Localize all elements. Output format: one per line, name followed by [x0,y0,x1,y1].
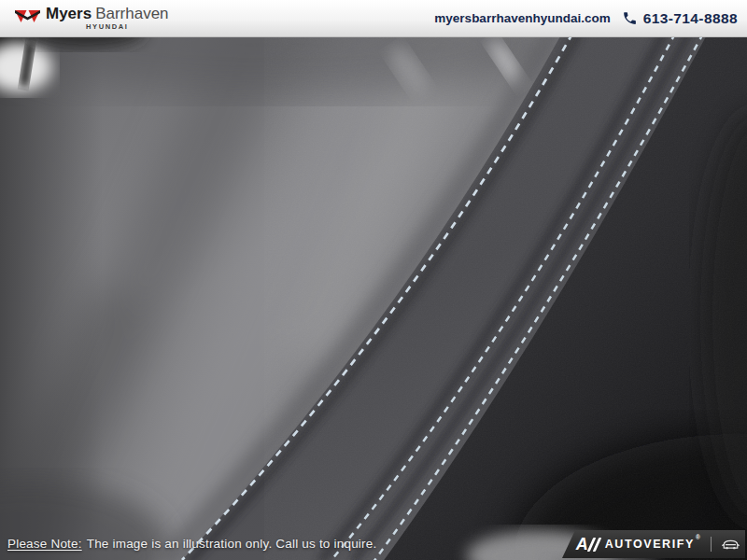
note-text: The image is an illustration only. Call … [87,537,377,551]
dealer-name: MyersBarrhaven HYUNDAI [46,6,169,31]
autoverify-badge: A AUTOVERIFY® [562,530,745,558]
car-icon [721,538,740,552]
myers-logo-icon [15,9,40,24]
dealer-name-bold: Myers [46,5,92,22]
phone-icon [622,10,638,26]
disclaimer-note: Please Note:The image is an illustration… [7,537,376,551]
registered-mark: ® [696,534,701,540]
dealer-website: myersbarrhavenhyundai.com [434,11,610,25]
dealer-name-light: Barrhaven [95,5,168,22]
dealer-logo: MyersBarrhaven HYUNDAI [15,6,169,31]
dealer-phone: 613-714-8888 [643,10,738,27]
dealer-contact: myersbarrhavenhyundai.com 613-714-8888 [434,10,738,27]
badge-divider [711,537,712,552]
dealer-vehicle-image: MyersBarrhaven HYUNDAI myersbarrhavenhyu… [0,0,747,560]
brand-name: HYUNDAI [86,23,128,31]
vehicle-photo: Please Note:The image is an illustration… [0,37,747,560]
dealer-header: MyersBarrhaven HYUNDAI myersbarrhavenhyu… [0,0,747,37]
autoverify-logo-icon: A [576,536,599,553]
autoverify-brand: AUTOVERIFY® [605,538,702,551]
note-label: Please Note: [7,537,82,551]
seat-stitching-photo [0,37,747,560]
